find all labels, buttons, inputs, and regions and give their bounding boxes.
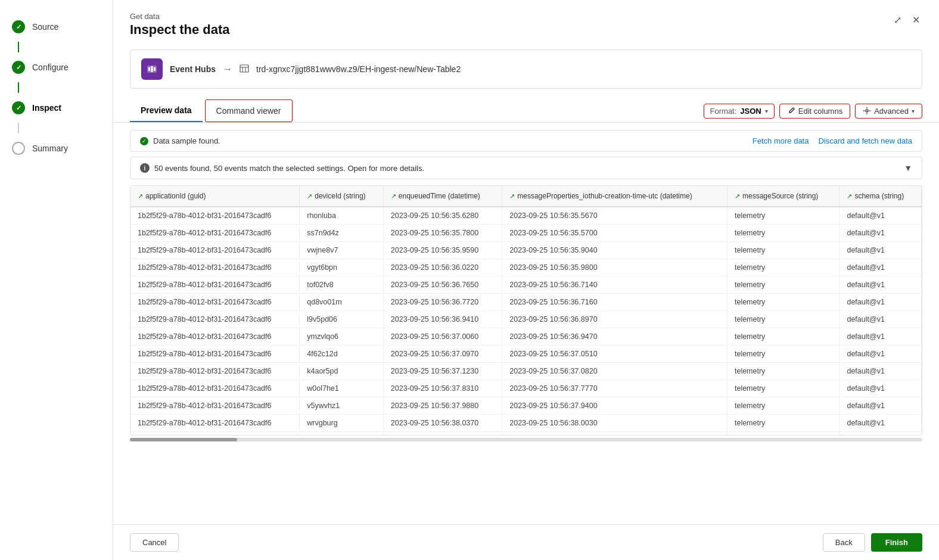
table-cell: 2023-09-25 10:56:37.1230 <box>383 363 502 380</box>
table-cell: telemetry <box>727 259 839 276</box>
table-row: 1b2f5f29-a78b-4012-bf31-2016473cadf64f62… <box>130 346 922 363</box>
data-table: ↗applicationId (guid) ↗deviceId (string)… <box>130 186 922 435</box>
col-header-schema: ↗schema (string) <box>839 186 922 207</box>
table-row: 1b2f5f29-a78b-4012-bf31-2016473cadf6qd8v… <box>130 294 922 311</box>
sidebar-item-summary[interactable]: Summary <box>0 133 113 163</box>
table-cell: l9v5pd06 <box>300 311 384 328</box>
expand-icon[interactable]: ▼ <box>904 163 912 173</box>
svg-rect-1 <box>148 67 150 71</box>
table-cell: 1b2f5f29-a78b-4012-bf31-2016473cadf6 <box>130 432 300 436</box>
col-header-messageprop: ↗messageProperties_iothub-creation-time-… <box>502 186 727 207</box>
table-cell: ss7n9d4z <box>300 225 384 242</box>
step-configure-indicator: ✓ <box>12 61 25 74</box>
table-cell: 1b2f5f29-a78b-4012-bf31-2016473cadf6 <box>130 207 300 225</box>
svg-rect-4 <box>240 65 248 72</box>
cancel-button[interactable]: Cancel <box>130 533 179 552</box>
sidebar-label-source: Source <box>32 22 58 32</box>
table-cell: default@v1 <box>839 294 922 311</box>
status-left: Data sample found. <box>140 136 220 145</box>
table-cell: default@v1 <box>839 397 922 415</box>
connector-inspect-summary <box>18 123 19 133</box>
table-cell: 2023-09-25 10:56:37.9880 <box>383 397 502 415</box>
table-cell: 2023-09-25 10:56:35.9590 <box>383 242 502 259</box>
footer-left: Cancel <box>130 533 179 552</box>
table-cell: 1b2f5f29-a78b-4012-bf31-2016473cadf6 <box>130 294 300 311</box>
table-cell: 2023-09-25 10:56:38.1550 <box>383 432 502 436</box>
table-cell: 1b2f5f29-a78b-4012-bf31-2016473cadf6 <box>130 225 300 242</box>
table-cell: wrvgburg <box>300 415 384 432</box>
fetch-more-button[interactable]: Fetch more data <box>753 136 809 145</box>
dialog-header: Get data Inspect the data ⤢ ✕ <box>113 0 939 43</box>
table-cell: default@v1 <box>839 363 922 380</box>
table-cell: 1b2f5f29-a78b-4012-bf31-2016473cadf6 <box>130 346 300 363</box>
edit-columns-button[interactable]: Edit columns <box>779 104 850 119</box>
table-cell: default@v1 <box>839 276 922 294</box>
table-cell: telemetry <box>727 276 839 294</box>
finish-button[interactable]: Finish <box>871 533 922 552</box>
table-cell: 2023-09-25 10:56:36.9470 <box>502 328 727 346</box>
format-value: JSON <box>740 107 761 116</box>
table-row: 1b2f5f29-a78b-4012-bf31-2016473cadf6vwjn… <box>130 242 922 259</box>
table-cell: 2023-09-25 10:56:36.7720 <box>383 294 502 311</box>
table-cell: 2023-09-25 10:56:37.8310 <box>383 380 502 397</box>
svg-rect-3 <box>154 67 156 71</box>
table-cell: telemetry <box>727 397 839 415</box>
sidebar-label-summary: Summary <box>32 144 68 153</box>
table-cell: v5ywvhz1 <box>300 397 384 415</box>
table-cell: rhonluba <box>300 207 384 225</box>
table-cell: default@v1 <box>839 380 922 397</box>
table-header: ↗applicationId (guid) ↗deviceId (string)… <box>130 186 922 207</box>
table-cell: default@v1 <box>839 242 922 259</box>
main-panel: Get data Inspect the data ⤢ ✕ Event Hubs… <box>113 0 939 560</box>
table-cell: 2023-09-25 10:56:37.7770 <box>502 380 727 397</box>
table-cell: telemetry <box>727 415 839 432</box>
table-cell: tof02fv8 <box>300 276 384 294</box>
advanced-button[interactable]: Advanced ▾ <box>855 104 922 119</box>
table-cell: 2023-09-25 10:56:37.0510 <box>502 346 727 363</box>
table-row: 1b2f5f29-a78b-4012-bf31-2016473cadf6rhon… <box>130 207 922 225</box>
table-cell: telemetry <box>727 207 839 225</box>
table-cell: 1b2f5f29-a78b-4012-bf31-2016473cadf6 <box>130 242 300 259</box>
table-cell: 2023-09-25 10:56:38.0370 <box>383 415 502 432</box>
table-cell: qd8vo01m <box>300 294 384 311</box>
advanced-chevron-icon: ▾ <box>912 108 915 114</box>
discard-fetch-button[interactable]: Discard and fetch new data <box>818 136 912 145</box>
table-cell: k4aor5pd <box>300 363 384 380</box>
get-data-label: Get data <box>130 12 229 21</box>
table-row: 1b2f5f29-a78b-4012-bf31-2016473cadf6wn6h… <box>130 432 922 436</box>
svg-point-8 <box>866 110 868 112</box>
sidebar-item-inspect[interactable]: ✓ Inspect <box>0 93 113 123</box>
edit-columns-label: Edit columns <box>798 107 842 116</box>
table-cell: 1b2f5f29-a78b-4012-bf31-2016473cadf6 <box>130 415 300 432</box>
format-select[interactable]: Format: JSON ▾ <box>704 104 775 119</box>
sidebar-item-source[interactable]: ✓ Source <box>0 12 113 42</box>
back-button[interactable]: Back <box>823 533 865 552</box>
col-header-messagesource: ↗messageSource (string) <box>727 186 839 207</box>
table-cell: 2023-09-25 10:56:36.8970 <box>502 311 727 328</box>
table-row: 1b2f5f29-a78b-4012-bf31-2016473cadf6vgyt… <box>130 259 922 276</box>
status-right: Fetch more data Discard and fetch new da… <box>753 136 912 145</box>
source-path: trd-xgnxc7jjgt881wwv8w.z9/EH-ingest-new/… <box>256 64 461 74</box>
tab-preview[interactable]: Preview data <box>130 99 203 122</box>
table-cell: wn6ho7u7 <box>300 432 384 436</box>
sidebar-item-configure[interactable]: ✓ Configure <box>0 52 113 82</box>
tab-command[interactable]: Command viewer <box>205 99 293 122</box>
dialog-top-actions: ⤢ ✕ <box>891 12 922 28</box>
table-row: 1b2f5f29-a78b-4012-bf31-2016473cadf6ss7n… <box>130 225 922 242</box>
table-cell: 2023-09-25 10:56:35.9800 <box>502 259 727 276</box>
table-cell: default@v1 <box>839 311 922 328</box>
table-cell: ymzvlqo6 <box>300 328 384 346</box>
close-button[interactable]: ✕ <box>910 12 922 28</box>
sidebar: ✓ Source ✓ Configure ✓ Inspect Summary <box>0 0 113 560</box>
footer: Cancel Back Finish <box>113 524 939 560</box>
table-cell: telemetry <box>727 380 839 397</box>
scrollbar-indicator[interactable] <box>130 438 922 441</box>
info-text: 50 events found, 50 events match the sel… <box>154 164 424 173</box>
event-hub-label: Event Hubs <box>170 64 216 74</box>
table-cell: default@v1 <box>839 225 922 242</box>
data-table-container: ↗applicationId (guid) ↗deviceId (string)… <box>130 185 922 435</box>
table-cell: telemetry <box>727 432 839 436</box>
expand-button[interactable]: ⤢ <box>891 12 904 28</box>
table-cell: 2023-09-25 10:56:35.9040 <box>502 242 727 259</box>
info-icon: i <box>140 163 150 173</box>
